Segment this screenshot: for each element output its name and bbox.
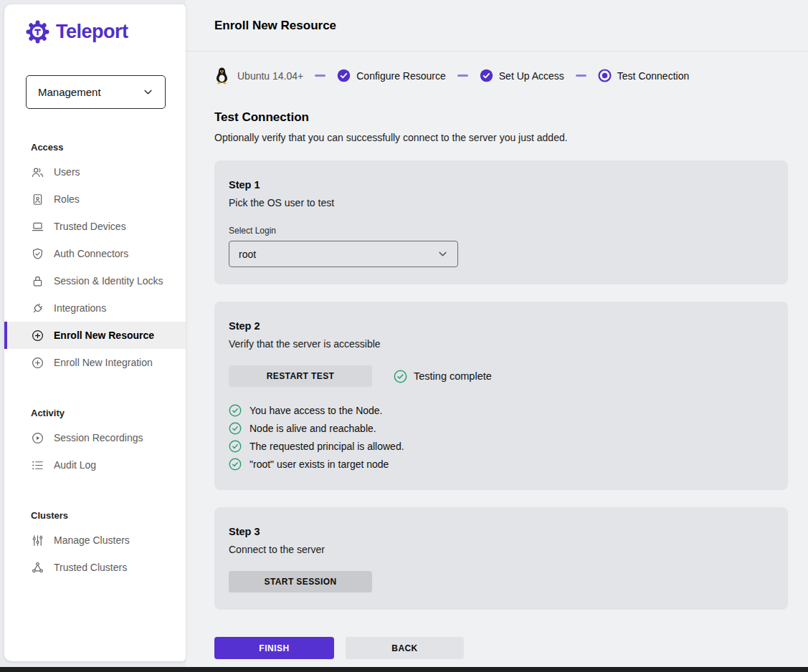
sidebar-item-label: Auth Connectors [54, 248, 128, 259]
sidebar-item-users[interactable]: Users [4, 158, 186, 186]
sidebar-item-label: Session & Identity Locks [54, 275, 163, 287]
step-active-icon [598, 69, 612, 82]
check-item-text: You have access to the Node. [249, 405, 383, 416]
check-item-text: The requested principal is allowed. [249, 441, 404, 452]
enroll-stepper: Ubuntu 14.04+ Configure Resource Set Up … [186, 52, 808, 85]
play-circle-icon [31, 431, 44, 445]
sidebar-item-audit-log[interactable]: Audit Log [4, 451, 186, 479]
sidebar-item-integrations[interactable]: Integrations [4, 294, 186, 322]
sidebar-nav: Access Users Roles [4, 128, 186, 581]
step-connector [576, 75, 586, 77]
plus-circle-icon [31, 329, 44, 342]
step2-subtitle: Verify that the server is accessible [229, 338, 774, 350]
check-item: "root" user exists in target node [229, 455, 774, 473]
brand-name: Teleport [56, 21, 128, 43]
nav-section-access: Access [4, 128, 186, 158]
check-circle-icon [394, 370, 407, 383]
test-connection-content: Test Connection Optionally verify that y… [186, 85, 808, 659]
start-session-button[interactable]: START SESSION [229, 571, 372, 592]
app-window: Teleport Management Access Users [0, 0, 808, 667]
step-connector [315, 75, 325, 77]
sidebar-item-label: Enroll New Resource [54, 330, 154, 341]
testing-status-text: Testing complete [414, 370, 492, 382]
chevron-down-icon [143, 87, 153, 97]
test-checklist: You have access to the Node. Node is ali… [229, 401, 774, 473]
check-item: The requested principal is allowed. [229, 437, 774, 455]
sidebar-item-manage-clusters[interactable]: Manage Clusters [4, 527, 186, 554]
sidebar-item-label: Audit Log [54, 459, 96, 471]
back-button[interactable]: BACK [346, 637, 464, 659]
sidebar-item-roles[interactable]: Roles [4, 186, 186, 213]
lock-icon [31, 274, 44, 288]
sidebar-item-session-identity-locks[interactable]: Session & Identity Locks [4, 267, 186, 294]
step1-card: Step 1 Pick the OS user to test Select L… [214, 160, 788, 284]
check-circle-icon [229, 458, 242, 471]
step3-subtitle: Connect to the server [229, 544, 774, 555]
nav-section-activity: Activity [4, 376, 186, 424]
check-item-text: "root" user exists in target node [249, 459, 389, 470]
check-item: Node is alive and reachable. [229, 419, 774, 437]
step-label: Test Connection [617, 70, 689, 82]
brand-logo[interactable]: Teleport [4, 4, 186, 44]
sidebar-item-label: Users [54, 166, 80, 178]
teleport-gear-icon [26, 20, 49, 44]
sidebar-item-trusted-devices[interactable]: Trusted Devices [4, 213, 186, 240]
sidebar-item-trusted-clusters[interactable]: Trusted Clusters [4, 554, 186, 581]
step1-subtitle: Pick the OS user to test [229, 197, 774, 208]
step-set-up-access: Set Up Access [480, 69, 564, 82]
list-icon [31, 459, 44, 472]
step-label: Set Up Access [499, 70, 564, 82]
testing-status: Testing complete [394, 370, 492, 383]
id-card-icon [31, 193, 44, 206]
users-icon [31, 165, 44, 179]
page-title: Enroll New Resource [214, 19, 336, 33]
linux-tux-icon [214, 67, 229, 85]
shield-check-icon [31, 247, 44, 261]
check-item: You have access to the Node. [229, 401, 774, 419]
finish-button[interactable]: FINISH [214, 637, 334, 659]
section-heading: Test Connection [214, 110, 808, 125]
sidebar-item-label: Session Recordings [54, 432, 143, 443]
check-item-text: Node is alive and reachable. [249, 423, 376, 434]
workspace-selector[interactable]: Management [26, 75, 166, 109]
chevron-down-icon [437, 249, 448, 259]
select-login-label: Select Login [229, 226, 774, 236]
sidebar: Teleport Management Access Users [4, 4, 186, 661]
plug-icon [31, 302, 44, 315]
step3-card: Step 3 Connect to the server START SESSI… [214, 507, 788, 610]
step-connector [457, 75, 468, 77]
step-complete-icon [337, 69, 351, 82]
step-label: Configure Resource [356, 70, 446, 82]
wizard-actions: FINISH BACK [214, 637, 808, 659]
sidebar-item-enroll-new-resource[interactable]: Enroll New Resource [4, 322, 186, 349]
laptop-icon [31, 220, 44, 234]
nav-section-clusters: Clusters [4, 479, 186, 527]
sliders-icon [31, 534, 44, 547]
page-header: Enroll New Resource [186, 0, 808, 52]
plus-circle-icon [31, 356, 44, 370]
step2-title: Step 2 [229, 320, 774, 332]
check-circle-icon [229, 440, 242, 453]
check-circle-icon [229, 422, 242, 435]
step1-title: Step 1 [229, 179, 774, 191]
step3-title: Step 3 [229, 526, 774, 537]
main-area: Enroll New Resource Ubuntu 14.04+ [186, 0, 808, 667]
sidebar-item-label: Trusted Devices [54, 221, 126, 232]
sidebar-item-label: Integrations [54, 302, 106, 314]
step-test-connection: Test Connection [598, 69, 689, 82]
select-login-dropdown[interactable]: root [229, 241, 458, 267]
resource-kind-label: Ubuntu 14.04+ [237, 70, 303, 82]
restart-test-button[interactable]: RESTART TEST [229, 365, 372, 387]
section-description: Optionally verify that you can successfu… [214, 132, 808, 143]
network-icon [31, 561, 44, 575]
sidebar-item-session-recordings[interactable]: Session Recordings [4, 424, 186, 451]
step-complete-icon [480, 69, 493, 82]
sidebar-item-label: Manage Clusters [54, 534, 130, 546]
check-circle-icon [229, 404, 242, 417]
sidebar-item-auth-connectors[interactable]: Auth Connectors [4, 240, 186, 267]
step-configure-resource: Configure Resource [337, 69, 446, 82]
workspace-selector-value: Management [38, 86, 101, 98]
window-bottom-edge [0, 667, 808, 672]
step2-card: Step 2 Verify that the server is accessi… [214, 302, 788, 490]
sidebar-item-enroll-new-integration[interactable]: Enroll New Integration [4, 349, 186, 376]
